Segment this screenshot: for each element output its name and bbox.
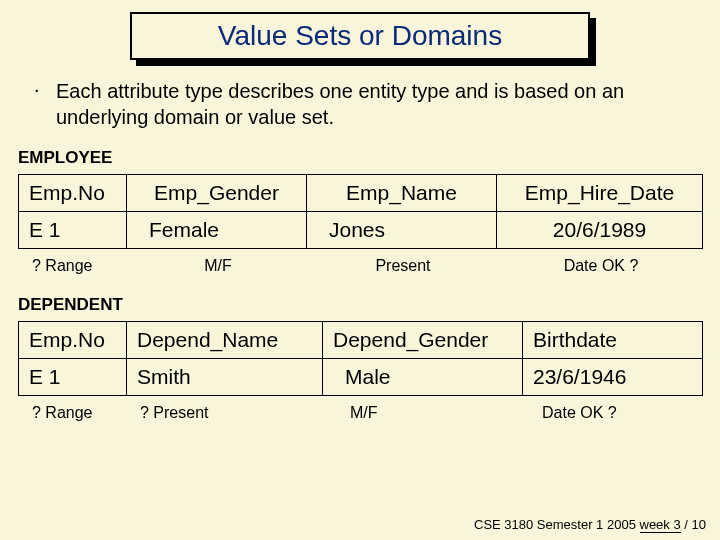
footer: CSE 3180 Semester 1 2005 week 3 / 10 (474, 517, 706, 532)
note: Date OK ? (522, 400, 702, 422)
cell: Male (323, 359, 523, 396)
title-box: Value Sets or Domains (130, 12, 590, 60)
cell: 23/6/1946 (523, 359, 703, 396)
employee-notes: ? Range M/F Present Date OK ? (18, 253, 702, 275)
col-header: Emp.No (19, 175, 127, 212)
cell: E 1 (19, 212, 127, 249)
note: ? Range (18, 253, 126, 275)
note: ? Range (18, 400, 126, 422)
employee-label: EMPLOYEE (0, 144, 720, 174)
cell: Jones (307, 212, 497, 249)
cell: Female (127, 212, 307, 249)
col-header: Birthdate (523, 322, 703, 359)
col-header: Emp_Name (307, 175, 497, 212)
bullet-item: · Each attribute type describes one enti… (0, 78, 720, 130)
dependent-label: DEPENDENT (0, 291, 720, 321)
table-row: E 1 Smith Male 23/6/1946 (19, 359, 703, 396)
note: Present (306, 253, 496, 275)
note: M/F (126, 253, 306, 275)
table-row: Emp.No Depend_Name Depend_Gender Birthda… (19, 322, 703, 359)
note: ? Present (126, 400, 322, 422)
col-header: Emp_Gender (127, 175, 307, 212)
slide-title: Value Sets or Domains (218, 20, 502, 51)
col-header: Depend_Name (127, 322, 323, 359)
cell: Smith (127, 359, 323, 396)
cell: E 1 (19, 359, 127, 396)
cell: 20/6/1989 (497, 212, 703, 249)
footer-page: / 10 (681, 517, 706, 532)
col-header: Depend_Gender (323, 322, 523, 359)
note: M/F (322, 400, 522, 422)
title-panel: Value Sets or Domains (130, 12, 590, 60)
note: Date OK ? (496, 253, 702, 275)
employee-table: Emp.No Emp_Gender Emp_Name Emp_Hire_Date… (18, 174, 703, 249)
table-row: E 1 Female Jones 20/6/1989 (19, 212, 703, 249)
bullet-text: Each attribute type describes one entity… (56, 78, 692, 130)
dependent-table: Emp.No Depend_Name Depend_Gender Birthda… (18, 321, 703, 396)
footer-course: CSE 3180 Semester 1 2005 (474, 517, 640, 532)
dependent-notes: ? Range ? Present M/F Date OK ? (18, 400, 702, 422)
col-header: Emp_Hire_Date (497, 175, 703, 212)
table-row: Emp.No Emp_Gender Emp_Name Emp_Hire_Date (19, 175, 703, 212)
col-header: Emp.No (19, 322, 127, 359)
bullet-dot-icon: · (34, 78, 42, 130)
footer-week: week 3 (640, 517, 681, 533)
